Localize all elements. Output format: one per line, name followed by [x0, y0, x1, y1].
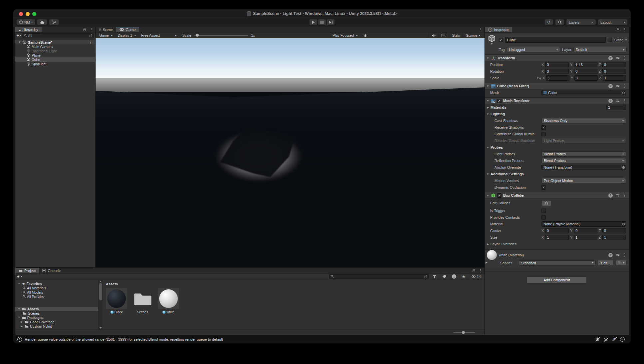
- lock-icon[interactable]: [472, 269, 476, 272]
- probes-foldout[interactable]: ▼ Probes: [485, 144, 629, 151]
- rotation-z-field[interactable]: 0: [602, 69, 626, 74]
- global-search-button[interactable]: [555, 19, 564, 25]
- add-component-button[interactable]: Add Component: [527, 277, 587, 283]
- foldout-closed-icon[interactable]: ▶: [486, 243, 489, 246]
- help-icon[interactable]: ?: [608, 99, 613, 103]
- center-z-field[interactable]: 0: [602, 228, 626, 233]
- step-button[interactable]: [327, 19, 335, 25]
- autorefresh-disabled-icon[interactable]: ↺: [612, 337, 616, 342]
- kebab-menu-icon[interactable]: ⋮: [623, 27, 627, 32]
- dynamic-occlusion-checkbox[interactable]: ✓: [541, 185, 546, 190]
- tab-hierarchy[interactable]: ≡ Hierarchy: [15, 27, 42, 32]
- foldout-open-icon[interactable]: ▼: [17, 316, 21, 319]
- tree-custom-nunit[interactable]: ▶ Custom NUnit: [15, 324, 98, 328]
- minimize-window-button[interactable]: [26, 12, 30, 16]
- kebab-menu-icon[interactable]: ⋮: [623, 56, 627, 60]
- foldout-open-icon[interactable]: ▼: [486, 194, 489, 197]
- hierarchy-search-input[interactable]: All: [22, 33, 94, 38]
- project-tree-scrollbar[interactable]: [98, 280, 103, 329]
- tree-scenes[interactable]: Scenes: [15, 311, 98, 315]
- display-dropdown[interactable]: Display 1 ▾: [116, 33, 138, 38]
- search-by-type-button[interactable]: [430, 274, 439, 280]
- mesh-renderer-header[interactable]: ▼ ✓ Mesh Renderer ? ⋮: [485, 97, 629, 104]
- kebab-menu-icon[interactable]: ⋮: [479, 27, 483, 32]
- scale-slider-knob[interactable]: [196, 34, 199, 37]
- foldout-open-icon[interactable]: ▼: [486, 173, 489, 176]
- hierarchy-item-plane[interactable]: Plane: [15, 53, 95, 57]
- play-focused-dropdown[interactable]: Play Focused ▾: [331, 33, 360, 38]
- scroll-down-icon[interactable]: [99, 327, 102, 329]
- chevron-down-icon[interactable]: ▾: [21, 275, 22, 278]
- project-search-input[interactable]: [329, 274, 429, 279]
- create-asset-button[interactable]: +: [17, 274, 19, 279]
- tree-all-materials[interactable]: All Materials: [15, 286, 98, 290]
- undo-history-button[interactable]: ↺: [545, 19, 553, 25]
- status-bar[interactable]: ! Render queue value outside of the allo…: [13, 335, 631, 343]
- anchor-override-field[interactable]: None (Transform) ⊙: [541, 165, 626, 170]
- box-collider-header[interactable]: ▼ ✓ Box Collider ? ⋮: [485, 192, 629, 199]
- scale-y-field[interactable]: 1: [574, 75, 598, 81]
- additional-settings-foldout[interactable]: ▼ Additional Settings: [485, 171, 629, 177]
- asset-scenes-folder[interactable]: Scenes: [132, 288, 153, 314]
- static-checkbox[interactable]: [608, 38, 612, 42]
- link-broken-icon[interactable]: [537, 76, 541, 80]
- foldout-open-icon[interactable]: ▼: [17, 307, 21, 310]
- shader-dropdown[interactable]: Standard▾: [519, 260, 596, 266]
- physic-material-field[interactable]: None (Physic Material) ⊙: [541, 221, 626, 227]
- foldout-open-icon[interactable]: ▼: [486, 146, 489, 149]
- foldout-closed-icon[interactable]: ▶: [20, 320, 23, 323]
- debugger-disabled-icon[interactable]: [595, 337, 600, 341]
- foldout-closed-icon[interactable]: ▶: [486, 106, 489, 109]
- position-x-field[interactable]: 0: [545, 62, 569, 67]
- mesh-filter-header[interactable]: ▼ Cube (Mesh Filter) ? ⋮: [485, 83, 629, 89]
- hierarchy-item-directional-light[interactable]: Directional Light: [15, 49, 95, 53]
- lock-icon[interactable]: [616, 28, 620, 31]
- light-probes-dropdown[interactable]: Blend Probes▾: [541, 151, 626, 157]
- tree-packages[interactable]: ▼ Packages: [15, 315, 98, 320]
- tree-favorites[interactable]: ▼ ★ Favorites: [15, 281, 98, 286]
- reflection-probes-dropdown[interactable]: Blend Probes▾: [541, 158, 626, 163]
- help-icon[interactable]: ?: [608, 253, 613, 257]
- center-x-field[interactable]: 0: [545, 228, 569, 233]
- game-viewport[interactable]: [96, 38, 484, 267]
- kebab-menu-icon[interactable]: ⋮: [623, 84, 627, 88]
- kebab-menu-icon[interactable]: ⋮: [623, 98, 627, 103]
- rotation-x-field[interactable]: 0: [545, 69, 569, 74]
- scene-row[interactable]: ▼ SampleScene* ⋮: [15, 40, 95, 44]
- help-icon[interactable]: ?: [608, 84, 613, 88]
- size-y-field[interactable]: 1: [574, 235, 597, 240]
- foldout-open-icon[interactable]: ▼: [486, 113, 489, 116]
- object-picker-icon[interactable]: ⊙: [622, 222, 625, 226]
- hierarchy-item-cube[interactable]: Cube: [15, 57, 95, 62]
- cast-shadows-dropdown[interactable]: Shadows Only▾: [541, 118, 626, 123]
- tree-all-prefabs[interactable]: All Prefabs: [15, 294, 98, 299]
- thumbnail-zoom-slider[interactable]: [453, 332, 475, 333]
- scale-z-field[interactable]: 1: [603, 75, 626, 81]
- static-flags-dropdown-icon[interactable]: ▾: [625, 38, 627, 41]
- layers-dropdown[interactable]: Layers ▾: [566, 19, 596, 25]
- foldout-open-icon[interactable]: ▼: [17, 282, 21, 285]
- receive-shadows-checkbox[interactable]: ✓: [541, 125, 546, 130]
- gameobject-name-field[interactable]: Cube: [505, 37, 606, 43]
- lock-icon[interactable]: [83, 28, 86, 31]
- rotation-y-field[interactable]: 0: [574, 69, 597, 74]
- stats-button[interactable]: Stats: [449, 33, 463, 38]
- foldout-open-icon[interactable]: ▼: [486, 85, 489, 88]
- kebab-menu-icon[interactable]: ⋮: [89, 27, 93, 32]
- version-control-button[interactable]: [49, 19, 59, 25]
- transform-header[interactable]: ▼ Transform ? ⋮: [485, 55, 629, 61]
- foldout-closed-icon[interactable]: ▶: [20, 325, 23, 328]
- help-icon[interactable]: ?: [608, 56, 613, 60]
- mesh-object-field[interactable]: Cube ⊙: [541, 90, 626, 95]
- layers-disabled-icon[interactable]: [604, 337, 608, 341]
- foldout-open-icon[interactable]: ▼: [18, 41, 21, 44]
- tree-all-models[interactable]: All Models: [15, 290, 98, 294]
- foldout-open-icon[interactable]: ▼: [486, 57, 489, 60]
- help-icon[interactable]: ?: [608, 193, 613, 198]
- ok-status-icon[interactable]: ✓: [620, 337, 625, 342]
- account-button[interactable]: NM ▾: [17, 19, 35, 25]
- material-header[interactable]: white (Material) ? ⋮: [487, 251, 627, 259]
- object-picker-icon[interactable]: ⊙: [622, 91, 625, 95]
- presets-icon[interactable]: [616, 193, 620, 197]
- presets-icon[interactable]: [616, 84, 620, 88]
